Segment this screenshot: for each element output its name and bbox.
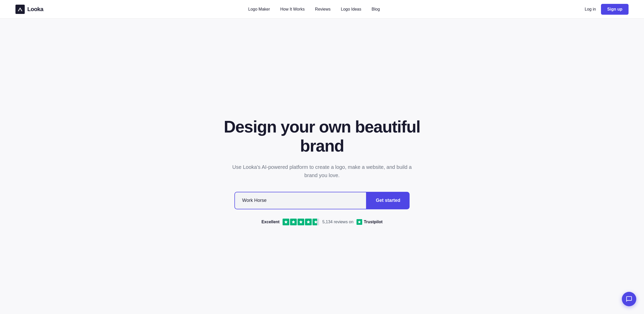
looka-logo-icon [15,5,25,14]
navbar-actions: Log in Sign up [585,4,629,15]
nav-logo-maker[interactable]: Logo Maker [248,7,270,12]
logo-text: Looka [27,6,43,13]
star-1 [283,219,289,225]
star-3 [298,219,304,225]
nav-logo-ideas[interactable]: Logo Ideas [341,7,361,12]
hero-subtitle: Use Looka's AI-powered platform to creat… [227,163,417,179]
brand-name-input[interactable] [234,192,367,209]
nav-links: Logo Maker How It Works Reviews Logo Ide… [248,7,380,12]
trustpilot-logo-icon [357,219,362,225]
trustpilot-excellent: Excellent [261,220,279,224]
hero-title: Design your own beautiful brand [211,118,433,155]
star-2 [290,219,297,225]
logo[interactable]: Looka [15,5,43,14]
chat-icon [626,296,632,302]
get-started-button[interactable]: Get started [367,192,410,209]
nav-reviews[interactable]: Reviews [315,7,331,12]
hero-section: Design your own beautiful brand Use Look… [0,19,644,314]
star-5-half [312,219,319,225]
trustpilot-stars [283,219,319,225]
signup-button[interactable]: Sign up [601,4,629,15]
chat-button[interactable] [622,292,636,306]
navbar: Looka Logo Maker How It Works Reviews Lo… [0,0,644,19]
hero-input-group: Get started [234,192,410,209]
trustpilot-name: Trustpilot [364,220,383,224]
trustpilot-logo: Trustpilot [357,219,383,225]
trustpilot-row: Excellent 5,134 reviews on [261,219,383,225]
nav-blog[interactable]: Blog [372,7,380,12]
star-4 [305,219,312,225]
login-button[interactable]: Log in [585,7,596,12]
trustpilot-reviews: 5,134 reviews on [322,220,353,224]
nav-how-it-works[interactable]: How It Works [280,7,305,12]
